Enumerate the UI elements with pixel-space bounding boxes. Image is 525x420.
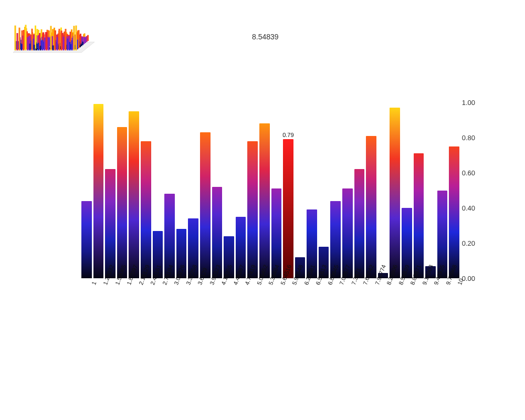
bar[interactable] <box>414 153 424 278</box>
svg-rect-281 <box>36 48 37 50</box>
bar[interactable] <box>105 169 116 278</box>
svg-rect-290 <box>55 30 56 50</box>
svg-rect-282 <box>38 43 39 50</box>
svg-rect-299 <box>74 26 75 50</box>
bar[interactable] <box>390 108 400 278</box>
svg-rect-288 <box>50 26 52 50</box>
chart-title: 8.54839 <box>252 33 279 41</box>
svg-rect-271 <box>15 26 16 50</box>
bar[interactable] <box>354 169 365 278</box>
bar-value-label: 0.79 <box>282 132 293 138</box>
bar[interactable] <box>366 136 376 278</box>
svg-rect-291 <box>57 37 58 50</box>
svg-rect-285 <box>44 38 46 50</box>
y-tick-label: 0.80 <box>454 134 475 142</box>
svg-rect-298 <box>71 40 73 50</box>
svg-rect-297 <box>69 42 71 50</box>
bar[interactable] <box>117 127 128 278</box>
svg-rect-283 <box>40 46 41 50</box>
svg-rect-295 <box>65 29 67 50</box>
svg-rect-294 <box>63 37 65 50</box>
x-tick-label: 1 <box>90 280 97 286</box>
y-tick-label: 0.40 <box>454 204 475 212</box>
y-tick-label: 0.60 <box>454 169 475 177</box>
svg-rect-296 <box>67 39 69 50</box>
bar[interactable] <box>259 123 270 278</box>
svg-rect-272 <box>17 33 18 50</box>
thumbnail-3d-chart <box>5 5 97 63</box>
chart-plot-area: 0.79 <box>81 102 459 278</box>
svg-rect-287 <box>48 38 50 50</box>
svg-rect-274 <box>21 44 23 50</box>
y-axis: 0.000.200.400.600.801.00 <box>449 102 475 278</box>
svg-rect-293 <box>61 30 62 50</box>
bar[interactable] <box>200 132 211 278</box>
svg-rect-292 <box>59 29 60 50</box>
bar[interactable] <box>129 111 139 278</box>
bar[interactable] <box>81 201 92 278</box>
bar[interactable] <box>93 104 104 278</box>
svg-rect-286 <box>46 32 48 50</box>
svg-rect-275 <box>23 30 25 50</box>
y-tick-label: 1.00 <box>454 99 475 107</box>
svg-rect-300 <box>76 26 77 50</box>
bar[interactable] <box>247 141 258 278</box>
x-axis: 11.290321.580651.870972.161292.451612.74… <box>81 281 459 328</box>
bar[interactable]: 0.79 <box>283 139 293 278</box>
bar-group: 0.79 <box>81 102 459 278</box>
svg-rect-289 <box>52 45 54 50</box>
svg-rect-277 <box>27 37 29 50</box>
svg-rect-280 <box>34 45 35 50</box>
svg-rect-284 <box>42 40 44 50</box>
bar[interactable] <box>141 141 151 278</box>
svg-rect-276 <box>25 25 27 50</box>
svg-rect-279 <box>32 29 33 50</box>
y-tick-label: 0.20 <box>454 239 475 247</box>
svg-rect-278 <box>29 44 31 50</box>
svg-rect-273 <box>19 28 20 50</box>
